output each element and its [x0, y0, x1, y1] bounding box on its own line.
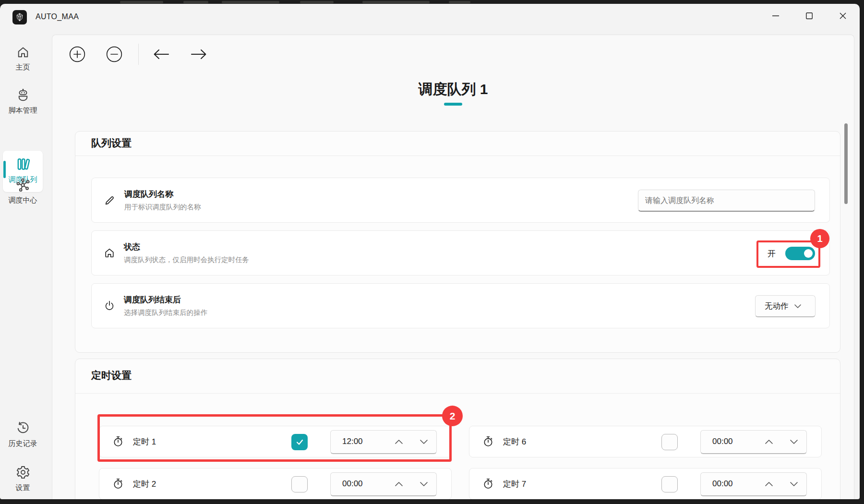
minimize-icon	[772, 15, 779, 16]
sidebar-label-home: 主页	[16, 63, 30, 72]
fox-logo-icon	[12, 10, 27, 24]
history-clock-icon	[15, 420, 31, 436]
timer-1-row: 定时 1 12:00	[99, 426, 452, 457]
queue-name-input[interactable]	[638, 190, 815, 212]
after-end-select[interactable]: 无动作	[755, 295, 816, 317]
chevron-up-icon	[395, 440, 403, 444]
spinner-up-button[interactable]	[761, 473, 777, 495]
timer-7-checkbox[interactable]	[661, 476, 678, 492]
timer-6-time-value: 00:00	[712, 437, 733, 446]
sidebar-label-center: 调度中心	[9, 196, 37, 205]
home-icon	[16, 45, 30, 60]
timer-7-time-spinner[interactable]: 00:00	[700, 472, 807, 496]
spinner-down-button[interactable]	[416, 473, 432, 495]
sidebar-label-scripts: 脚本管理	[9, 106, 37, 115]
queue-settings-header: 队列设置	[91, 136, 132, 150]
remove-queue-button[interactable]	[104, 44, 125, 65]
timer-6-row: 定时 6 00:00	[469, 426, 822, 457]
minus-circle-icon	[106, 46, 123, 63]
check-icon	[296, 439, 303, 445]
status-title: 状态	[124, 241, 249, 252]
scrollbar-thumb[interactable]	[844, 123, 848, 204]
chevron-down-icon	[790, 482, 798, 486]
queue-settings-card: 队列设置 调度队列名称 用于标识调度队列的名称	[75, 131, 840, 353]
sidebar-item-center[interactable]: 调度中心	[0, 177, 46, 205]
card-separator	[75, 156, 840, 156]
sidebar-item-settings[interactable]: 设置	[0, 465, 46, 492]
close-button[interactable]	[826, 4, 860, 28]
timer-settings-card: 定时设置 定时 1 12:00	[75, 359, 840, 499]
queue-name-title: 调度队列名称	[124, 189, 201, 200]
status-row: 状态 调度队列状态，仅启用时会执行定时任务 开	[91, 230, 830, 276]
backdrop-remnant	[300, 1, 334, 3]
spinner-up-button[interactable]	[761, 431, 777, 453]
spinner-down-button[interactable]	[786, 431, 802, 453]
molecule-icon	[15, 177, 31, 192]
toolbar-divider	[138, 44, 139, 65]
chevron-down-icon	[790, 440, 798, 444]
sidebar-item-scripts[interactable]: 脚本管理	[0, 87, 46, 115]
toggle-knob	[804, 249, 813, 258]
plus-circle-icon	[69, 46, 86, 63]
sidebar-label-history: 历史记录	[9, 439, 37, 448]
timer-1-checkbox[interactable]	[291, 434, 308, 450]
timer-6-time-spinner[interactable]: 00:00	[700, 430, 807, 454]
close-icon	[840, 12, 846, 19]
app-title: AUTO_MAA	[36, 12, 79, 21]
stopwatch-icon	[112, 435, 124, 448]
sidebar-item-home[interactable]: 主页	[0, 45, 46, 72]
after-end-row: 调度队列结束后 选择调度队列结束后的操作 无动作	[91, 283, 830, 328]
robot-icon	[15, 87, 31, 103]
timer-1-time-spinner[interactable]: 12:00	[330, 430, 437, 454]
page-title-underline	[444, 103, 462, 106]
titlebar: AUTO_MAA	[0, 4, 860, 31]
page-title: 调度队列 1	[52, 80, 854, 99]
forward-button[interactable]	[188, 44, 209, 65]
status-subtitle: 调度队列状态，仅启用时会执行定时任务	[124, 255, 249, 264]
timer-2-time-value: 00:00	[342, 479, 363, 489]
chevron-down-icon	[794, 304, 801, 308]
pencil-icon	[103, 194, 116, 207]
status-toggle-label: 开	[768, 248, 776, 259]
timer-6-checkbox[interactable]	[661, 434, 678, 450]
spinner-down-button[interactable]	[786, 473, 802, 495]
timer-2-time-spinner[interactable]: 00:00	[330, 472, 437, 496]
timer-1-label: 定时 1	[133, 436, 156, 447]
backdrop-remnant	[362, 1, 430, 3]
after-end-title: 调度队列结束后	[124, 294, 207, 305]
chevron-up-icon	[765, 440, 773, 444]
timer-6-label: 定时 6	[503, 436, 526, 447]
app-window: AUTO_MAA 主页	[0, 4, 860, 499]
timer-7-row: 定时 7 00:00	[469, 468, 822, 499]
backdrop-remnant	[449, 1, 470, 3]
backdrop-remnant	[183, 1, 208, 3]
chevron-up-icon	[395, 482, 403, 486]
add-queue-button[interactable]	[67, 44, 88, 65]
maximize-icon	[806, 12, 813, 19]
status-toggle[interactable]	[785, 247, 815, 260]
spinner-up-button[interactable]	[391, 473, 407, 495]
power-icon	[103, 300, 116, 312]
chevron-up-icon	[765, 482, 773, 486]
timer-1-time-value: 12:00	[342, 437, 363, 446]
window-controls	[759, 4, 860, 31]
maximize-button[interactable]	[792, 4, 826, 28]
timer-2-label: 定时 2	[133, 479, 156, 490]
sidebar-item-history[interactable]: 历史记录	[0, 420, 46, 448]
queue-name-subtitle: 用于标识调度队列的名称	[124, 203, 201, 212]
queue-name-row: 调度队列名称 用于标识调度队列的名称	[91, 178, 830, 223]
house-icon	[103, 247, 116, 259]
backdrop-remnant	[120, 1, 163, 3]
back-button[interactable]	[151, 44, 172, 65]
spinner-down-button[interactable]	[416, 431, 432, 453]
arrow-right-icon	[190, 48, 208, 60]
content-surface: 调度队列 1 队列设置 调度队列名称 用于标识调度队列的名称	[52, 35, 854, 499]
stopwatch-icon	[482, 435, 494, 448]
timer-2-checkbox[interactable]	[291, 476, 308, 492]
chevron-down-icon	[420, 482, 428, 486]
spinner-up-button[interactable]	[391, 431, 407, 453]
after-end-select-value: 无动作	[765, 301, 789, 312]
minimize-button[interactable]	[759, 4, 792, 28]
chevron-down-icon	[420, 440, 428, 444]
queue-books-icon	[15, 156, 31, 172]
